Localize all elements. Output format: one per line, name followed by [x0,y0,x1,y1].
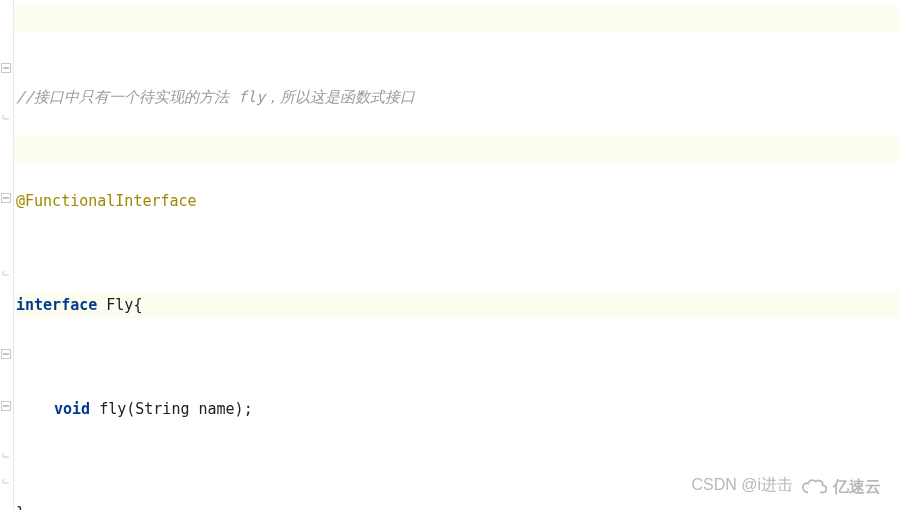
fold-close-icon [1,115,11,125]
watermark-brand: 亿速云 [801,472,887,502]
method-sig: fly(String name); [90,396,253,422]
watermark-csdn: CSDN @i进击 [691,472,793,498]
svg-rect-6 [2,402,11,411]
cloud-icon [801,477,829,497]
brace-close: } [16,500,25,510]
svg-rect-2 [2,194,11,203]
fold-close-icon [1,271,11,281]
comment-line: //接口中只有一个待实现的方法 fly，所以这是函数式接口 [16,84,415,110]
annotation: @FunctionalInterface [16,188,197,214]
fold-minus-icon[interactable] [1,349,11,359]
fold-minus-icon[interactable] [1,63,11,73]
svg-rect-0 [2,64,11,73]
type-name: Fly{ [97,292,142,318]
fold-minus-icon[interactable] [1,193,11,203]
keyword-void: void [54,396,90,422]
svg-rect-4 [2,350,11,359]
keyword-interface: interface [16,292,97,318]
watermark-brand-text: 亿速云 [833,474,881,500]
fold-minus-icon[interactable] [1,401,11,411]
editor-gutter [0,0,14,510]
fold-close-icon [1,453,11,463]
fold-close-icon [1,479,11,489]
code-editor[interactable]: //接口中只有一个待实现的方法 fly，所以这是函数式接口 @Functiona… [16,6,820,510]
